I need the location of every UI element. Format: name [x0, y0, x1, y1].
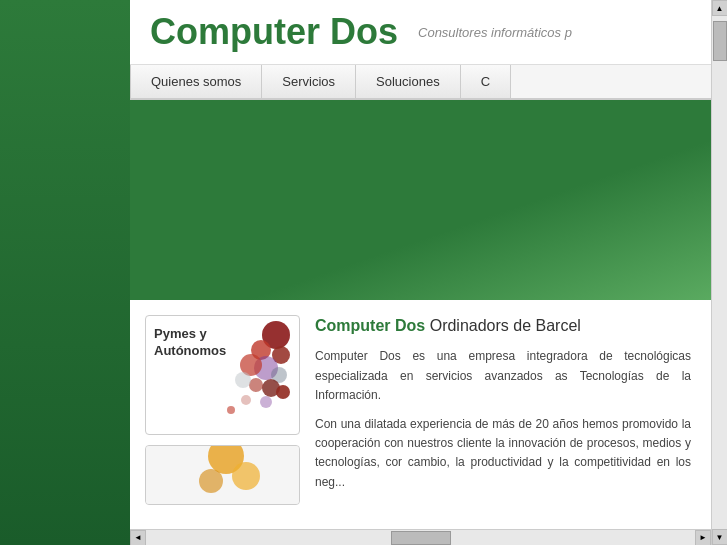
site-subtitle: Consultores informáticos p	[418, 25, 572, 40]
scroll-up-button[interactable]: ▲	[712, 0, 728, 16]
lower-content-section: Pymes y Autónomos	[130, 300, 711, 505]
horizontal-scroll-thumb[interactable]	[391, 531, 451, 545]
nav-item-contacto[interactable]: C	[461, 65, 511, 98]
svg-point-15	[232, 462, 260, 490]
svg-point-16	[199, 469, 223, 493]
navigation-bar: Quienes somos Servicios Soluciones C	[130, 65, 711, 100]
svg-point-9	[235, 372, 251, 388]
site-header: Computer Dos Consultores informáticos p	[130, 0, 711, 65]
nav-item-soluciones[interactable]: Soluciones	[356, 65, 461, 98]
site-title: Computer Dos	[150, 11, 398, 53]
vertical-scroll-track[interactable]	[713, 16, 727, 529]
scroll-left-button[interactable]: ◄	[130, 530, 146, 546]
vertical-scrollbar: ▲ ▼	[711, 0, 727, 545]
second-card[interactable]	[145, 445, 300, 505]
company-name-suffix: Ordinadors de Barcel	[430, 317, 581, 334]
pymes-card-label: Pymes y Autónomos	[146, 316, 221, 434]
scroll-right-button[interactable]: ►	[695, 530, 711, 546]
left-sidebar	[0, 0, 130, 545]
nav-item-quienes-somos[interactable]: Quienes somos	[130, 65, 262, 98]
company-description-1: Computer Dos es una empresa integradora …	[315, 347, 691, 405]
second-card-decoration	[146, 446, 300, 505]
company-name-bold: Computer Dos	[315, 317, 425, 334]
pymes-card-image	[221, 316, 300, 434]
cards-column: Pymes y Autónomos	[145, 315, 300, 505]
green-hero-section	[130, 100, 711, 300]
horizontal-scroll-track[interactable]	[146, 531, 695, 545]
scroll-down-button[interactable]: ▼	[712, 529, 728, 545]
svg-point-7	[249, 378, 263, 392]
main-content: Computer Dos Consultores informáticos p …	[130, 0, 711, 545]
company-heading: Computer Dos Ordinadors de Barcel	[315, 315, 691, 337]
horizontal-scrollbar: ◄ ►	[130, 529, 711, 545]
text-column: Computer Dos Ordinadors de Barcel Comput…	[315, 315, 696, 505]
svg-point-11	[241, 395, 251, 405]
pymes-circles-decoration	[221, 320, 300, 430]
pymes-card[interactable]: Pymes y Autónomos	[145, 315, 300, 435]
company-description-2: Con una dilatada experiencia de más de 2…	[315, 415, 691, 492]
svg-point-10	[260, 396, 272, 408]
content-area: Pymes y Autónomos	[130, 100, 711, 545]
svg-point-12	[227, 406, 235, 414]
svg-point-8	[276, 385, 290, 399]
vertical-scroll-thumb[interactable]	[713, 21, 727, 61]
nav-item-servicios[interactable]: Servicios	[262, 65, 356, 98]
